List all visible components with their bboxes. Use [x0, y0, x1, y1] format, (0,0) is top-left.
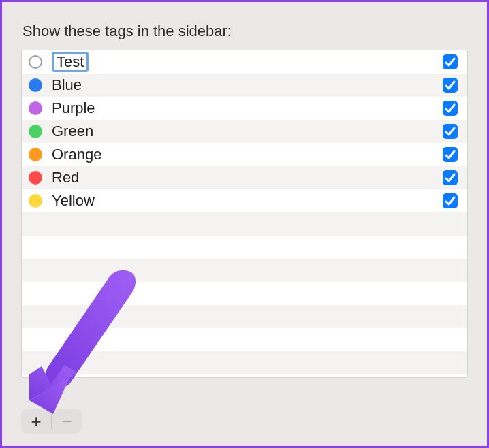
empty-row — [22, 305, 467, 328]
tag-row[interactable]: Red — [22, 166, 467, 189]
tag-color-swatch — [29, 55, 42, 69]
tag-row[interactable]: Yellow — [22, 189, 467, 212]
tag-name-label[interactable]: Red — [52, 170, 443, 185]
add-tag-button[interactable]: + — [21, 409, 51, 434]
tag-name-label[interactable]: Blue — [52, 78, 443, 93]
tag-color-swatch — [29, 125, 42, 138]
tag-row[interactable]: Orange — [22, 143, 467, 166]
tag-name-edit-field[interactable]: Test — [52, 52, 89, 72]
empty-row — [22, 351, 467, 374]
show-in-sidebar-checkbox[interactable] — [443, 193, 458, 208]
show-in-sidebar-checkbox[interactable] — [443, 124, 458, 139]
show-in-sidebar-checkbox[interactable] — [443, 170, 458, 185]
plus-icon: + — [31, 411, 41, 432]
tag-color-swatch — [29, 171, 42, 185]
show-in-sidebar-checkbox[interactable] — [443, 78, 458, 93]
tag-row[interactable]: Test — [22, 50, 467, 74]
tag-name-label[interactable]: Purple — [52, 101, 443, 116]
tag-row[interactable]: Blue — [22, 74, 467, 97]
minus-icon: − — [61, 411, 72, 432]
empty-row — [22, 282, 467, 305]
tag-color-swatch — [29, 194, 42, 208]
tag-row[interactable]: Purple — [22, 97, 467, 120]
show-in-sidebar-checkbox[interactable] — [443, 101, 458, 116]
tag-color-swatch — [29, 78, 42, 92]
tag-label-wrapper: Test — [52, 52, 443, 72]
tag-color-swatch — [29, 101, 42, 115]
show-in-sidebar-checkbox[interactable] — [443, 147, 458, 162]
empty-row — [22, 328, 467, 351]
tags-preferences-panel: Show these tags in the sidebar: Test Blu… — [0, 0, 489, 448]
add-remove-toolbar: + − — [21, 409, 82, 434]
tag-color-swatch — [29, 148, 42, 161]
tag-name-label[interactable]: Orange — [52, 147, 443, 162]
empty-row — [22, 236, 467, 259]
tag-row[interactable]: Green — [22, 120, 467, 143]
show-in-sidebar-checkbox[interactable] — [443, 54, 458, 69]
empty-row — [22, 212, 467, 236]
tag-list[interactable]: Test Blue Purple Green — [21, 50, 468, 378]
empty-row — [22, 259, 467, 282]
tag-name-label[interactable]: Green — [52, 124, 443, 139]
tag-name-label[interactable]: Yellow — [52, 193, 443, 208]
remove-tag-button[interactable]: − — [52, 409, 82, 434]
section-heading: Show these tags in the sidebar: — [22, 22, 468, 40]
